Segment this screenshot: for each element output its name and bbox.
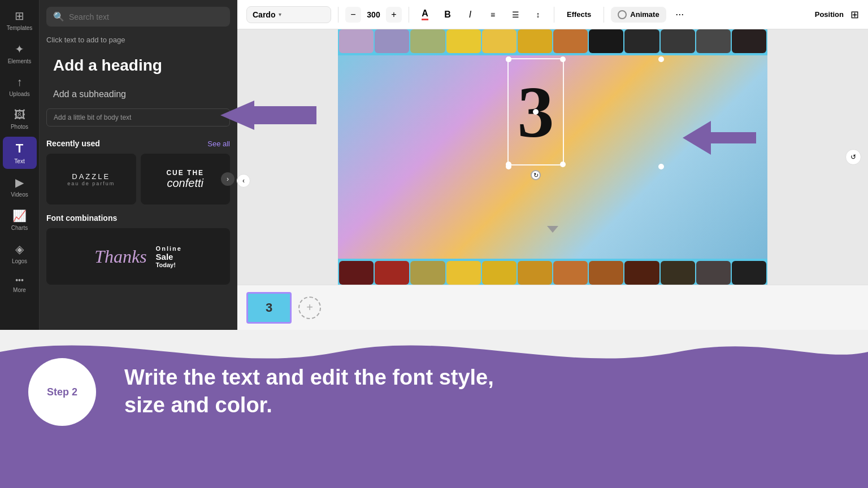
font-color-button[interactable]: A xyxy=(416,6,434,24)
subheading-label: Add a subheading xyxy=(53,89,126,99)
svg-marker-2 xyxy=(220,101,316,130)
search-input[interactable] xyxy=(69,12,223,21)
effects-button[interactable]: Effects xyxy=(561,7,597,22)
font-combo-card[interactable]: Thanks Online Sale Today! ✦ xyxy=(46,228,230,285)
cue-text-line1: CUE THE xyxy=(166,169,204,177)
effects-label: Effects xyxy=(567,10,591,19)
step-label: Step 2 xyxy=(47,386,77,398)
sidebar: ⊞ Templates ✦ Elements ↑ Uploads 🖼 Photo… xyxy=(0,0,40,330)
panel-collapse-arrow[interactable]: ‹ xyxy=(237,174,250,188)
see-all-link[interactable]: See all xyxy=(207,140,230,148)
film-cell-t1 xyxy=(339,29,374,53)
add-slide-icon: + xyxy=(306,301,313,314)
purple-arrow-svg xyxy=(683,121,756,155)
font-selector-chevron: ▾ xyxy=(279,11,281,18)
canvas[interactable]: 3 ↻ xyxy=(338,29,767,285)
rotate-handle[interactable]: ↻ xyxy=(531,170,541,180)
font-cards-next-arrow[interactable]: › xyxy=(221,172,235,186)
search-box[interactable]: 🔍 xyxy=(46,7,230,27)
grid-button[interactable]: ⊞ xyxy=(850,8,859,21)
sidebar-item-elements[interactable]: ✦ Elements xyxy=(3,38,37,69)
dazzle-sub-text: eau de parfum xyxy=(67,181,115,186)
position-button[interactable]: Position xyxy=(815,10,844,19)
elements-icon: ✦ xyxy=(15,42,24,56)
search-icon: 🔍 xyxy=(53,11,64,22)
font-combos-title: Font combinations xyxy=(46,213,230,223)
click-hint: Click text to add to page xyxy=(46,36,230,44)
add-heading-option[interactable]: Add a heading xyxy=(46,51,230,80)
recently-used-section-header: Recently used See all xyxy=(46,139,230,148)
decrease-size-button[interactable]: − xyxy=(345,7,361,23)
film-cell-b2 xyxy=(375,261,409,285)
film-cell-b1 xyxy=(339,261,374,285)
italic-button[interactable]: I xyxy=(461,6,479,24)
film-cell-t2 xyxy=(375,29,409,53)
text-element-3[interactable]: 3 ↻ xyxy=(507,58,564,165)
font-card-cue[interactable]: CUE THE confetti xyxy=(141,154,231,204)
right-tools: Position ⊞ xyxy=(815,8,859,21)
film-cell-b6 xyxy=(518,261,552,285)
add-slide-button[interactable]: + xyxy=(298,297,321,319)
increase-size-button[interactable]: + xyxy=(386,7,402,23)
font-name-display: Cardo xyxy=(253,10,275,19)
sidebar-item-templates[interactable]: ⊞ Templates xyxy=(3,5,37,36)
divider-4 xyxy=(604,7,604,23)
sidebar-item-uploads[interactable]: ↑ Uploads xyxy=(3,71,37,102)
font-selector[interactable]: Cardo ▾ xyxy=(246,6,331,23)
slide-panel: 3 + xyxy=(237,285,868,330)
canvas-right-panel[interactable]: ↺ xyxy=(845,149,861,165)
svg-marker-0 xyxy=(683,121,756,155)
font-card-dazzle[interactable]: DAZZLE eau de parfum xyxy=(46,154,136,204)
sidebar-item-videos[interactable]: ▶ Videos xyxy=(3,171,37,202)
expand-canvas-arrow[interactable] xyxy=(547,225,558,235)
sidebar-item-logos-label: Logos xyxy=(12,258,27,264)
divider-3 xyxy=(554,7,554,23)
annotation-text: Write the text and edit the font style, … xyxy=(124,364,494,420)
more-icon: ••• xyxy=(15,276,24,285)
sidebar-item-text-label: Text xyxy=(14,158,24,164)
sidebar-item-more[interactable]: ••• More xyxy=(3,271,37,298)
spacing-button[interactable]: ↕ xyxy=(529,6,547,24)
film-cell-t8 xyxy=(589,29,623,53)
font-size-value: 300 xyxy=(363,10,384,19)
sidebar-item-elements-label: Elements xyxy=(8,58,32,64)
animate-button[interactable]: Animate xyxy=(611,7,666,23)
spacing-icon: ↕ xyxy=(536,10,540,19)
canvas-purple-arrow xyxy=(683,121,756,157)
add-body-option[interactable]: Add a little bit of body text xyxy=(46,108,230,127)
film-cell-t9 xyxy=(624,29,659,53)
slide-number-display: 3 xyxy=(266,300,272,315)
align-button[interactable]: ≡ xyxy=(484,6,502,24)
combo-sale-line3: Today! xyxy=(156,262,182,268)
refresh-icon: ↺ xyxy=(850,153,856,161)
left-panel: 🔍 Click text to add to page Add a headin… xyxy=(40,0,237,330)
animate-label: Animate xyxy=(630,10,659,19)
slide-thumbnail-1[interactable]: 3 xyxy=(246,292,292,324)
sidebar-item-more-label: More xyxy=(13,287,26,293)
film-cell-t5 xyxy=(482,29,517,53)
canvas-area: Cardo ▾ − 300 + A B I ≡ xyxy=(237,0,868,330)
sidebar-item-logos[interactable]: ◈ Logos xyxy=(3,238,37,269)
text-icon: T xyxy=(16,141,23,156)
sidebar-item-text[interactable]: T Text xyxy=(3,137,37,169)
font-color-icon: A xyxy=(422,8,428,20)
sidebar-item-charts[interactable]: 📈 Charts xyxy=(3,204,37,236)
bold-button[interactable]: B xyxy=(439,6,457,24)
annotation-line2: size and color. xyxy=(124,391,494,419)
add-subheading-option[interactable]: Add a subheading xyxy=(46,84,230,105)
sidebar-item-photos-label: Photos xyxy=(11,124,28,130)
annotation-line1: Write the text and edit the font style, xyxy=(124,364,494,391)
sidebar-item-charts-label: Charts xyxy=(11,225,28,231)
sidebar-item-uploads-label: Uploads xyxy=(9,91,30,97)
bottom-annotation: Step 2 Write the text and edit the font … xyxy=(0,330,868,488)
sidebar-item-photos[interactable]: 🖼 Photos xyxy=(3,104,37,134)
recently-used-fonts: DAZZLE eau de parfum CUE THE confetti › xyxy=(46,154,230,204)
film-cell-b9 xyxy=(624,261,659,285)
more-options-button[interactable]: ··· xyxy=(671,6,689,24)
film-cell-b10 xyxy=(661,261,695,285)
list-button[interactable]: ☰ xyxy=(506,6,524,24)
dazzle-text: DAZZLE xyxy=(67,172,115,181)
videos-icon: ▶ xyxy=(15,176,24,189)
body-label: Add a little bit of body text xyxy=(54,114,131,121)
film-cell-t6 xyxy=(518,29,552,53)
